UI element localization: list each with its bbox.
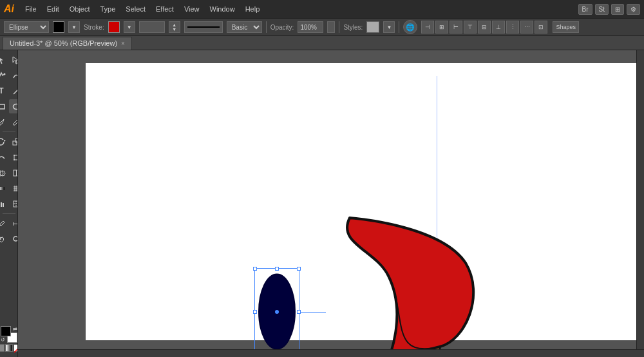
curvature-tool-button[interactable] xyxy=(9,68,18,82)
opacity-expand-button[interactable] xyxy=(327,21,335,33)
free-transform-button[interactable] xyxy=(9,150,18,164)
foreground-color-swatch[interactable] xyxy=(1,326,11,336)
mesh-tool-button[interactable] xyxy=(9,181,18,195)
ellipse-tool-button[interactable] xyxy=(9,99,18,113)
handle-top-right[interactable] xyxy=(297,267,301,271)
line-segment-tool-button[interactable] xyxy=(9,84,18,98)
svg-rect-26 xyxy=(1,202,2,207)
selection-box xyxy=(254,268,299,355)
align-bottom-button[interactable]: ⊥ xyxy=(492,21,505,34)
eyedropper-tools xyxy=(0,217,18,231)
stroke-weight-input[interactable] xyxy=(139,21,165,33)
paintbrush-tool-button[interactable] xyxy=(0,115,8,129)
pen-tool-button[interactable] xyxy=(0,68,8,82)
live-paint-button[interactable] xyxy=(9,166,18,180)
vertical-scrollbar[interactable] xyxy=(636,50,644,349)
stroke-style-dropdown[interactable]: Basic xyxy=(227,21,262,33)
menu-type[interactable]: Type xyxy=(96,3,120,15)
workspace-button[interactable]: ⊞ xyxy=(611,4,624,15)
scale-tool-button[interactable] xyxy=(9,135,18,149)
warp-tools xyxy=(0,150,18,164)
distribute-h-button[interactable]: ⋮ xyxy=(506,21,519,34)
stroke-weight-spinner[interactable]: ▲▼ xyxy=(169,21,180,33)
rect-tool-button[interactable] xyxy=(0,99,8,113)
graph-tools xyxy=(0,197,18,211)
menu-effect[interactable]: Effect xyxy=(151,3,178,15)
distribute-v-button[interactable]: ⋯ xyxy=(520,21,533,34)
canvas-area[interactable] xyxy=(18,50,644,357)
opacity-input[interactable] xyxy=(298,21,323,33)
svg-rect-18 xyxy=(0,187,5,190)
shape-builder-button[interactable] xyxy=(0,166,8,180)
menu-view[interactable]: View xyxy=(180,3,204,15)
align-center-h-button[interactable]: ⊞ xyxy=(435,21,448,34)
fill-dropdown-arrow[interactable]: ▼ xyxy=(68,21,80,33)
svg-rect-27 xyxy=(3,203,4,207)
measure-tool-button[interactable] xyxy=(9,217,18,231)
styles-swatch[interactable] xyxy=(366,21,379,33)
separator-2 xyxy=(339,21,339,33)
shapes-button[interactable]: Shapes xyxy=(553,21,579,33)
align-center-v-button[interactable]: ⊟ xyxy=(478,21,491,34)
shape-tools xyxy=(0,99,18,113)
horizontal-scrollbar[interactable] xyxy=(18,349,644,357)
svg-point-10 xyxy=(14,155,15,156)
fill-color-swatch[interactable] xyxy=(53,21,64,33)
warp-tool-button[interactable] xyxy=(0,150,8,164)
slice-tool-button[interactable] xyxy=(9,197,18,211)
hand-tool-button[interactable] xyxy=(0,232,8,246)
solid-color-mode-button[interactable] xyxy=(0,344,5,352)
tab-title: Untitled-3* @ 50% (RGB/Preview) xyxy=(10,39,117,47)
bridge-button[interactable]: Br xyxy=(578,4,592,15)
center-point xyxy=(275,310,279,314)
svg-point-5 xyxy=(13,104,18,109)
handle-top-center[interactable] xyxy=(275,267,279,271)
stock-button[interactable]: St xyxy=(595,4,609,15)
styles-dropdown-arrow[interactable]: ▼ xyxy=(383,21,395,33)
ellipse-object[interactable] xyxy=(254,268,299,355)
align-top-button[interactable]: ⊤ xyxy=(464,21,477,34)
distribute-extra-button[interactable]: ⊡ xyxy=(535,21,547,34)
menu-object[interactable]: Object xyxy=(65,3,95,15)
swap-colors-icon[interactable]: ⇄ xyxy=(13,326,17,332)
align-left-button[interactable]: ⊣ xyxy=(421,21,434,34)
stroke-style-preview[interactable] xyxy=(184,21,223,33)
eyedropper-tool-button[interactable] xyxy=(0,217,8,231)
no-fill-mode-button[interactable] xyxy=(14,344,19,352)
gradient-mode-button[interactable] xyxy=(5,344,13,352)
globe-icon[interactable]: 🌐 xyxy=(403,20,417,34)
stroke-dropdown-arrow[interactable]: ▼ xyxy=(124,21,135,33)
menu-file[interactable]: File xyxy=(21,3,41,15)
stroke-color-swatch[interactable] xyxy=(108,21,120,33)
graph-tool-button[interactable] xyxy=(0,197,8,211)
svg-point-35 xyxy=(14,236,18,241)
tab-close-button[interactable]: × xyxy=(121,40,125,47)
reset-colors-icon[interactable]: ↺ xyxy=(1,337,5,343)
svg-marker-0 xyxy=(0,57,3,64)
handle-middle-left[interactable] xyxy=(253,310,257,314)
direct-selection-tool-button[interactable] xyxy=(9,53,18,67)
pen-tools xyxy=(0,68,18,82)
menu-help[interactable]: Help xyxy=(241,3,265,15)
svg-rect-7 xyxy=(13,141,17,145)
menu-window[interactable]: Window xyxy=(205,3,240,15)
zoom-tool-button[interactable] xyxy=(9,232,18,246)
gradient-tool-button[interactable] xyxy=(0,181,8,195)
align-right-button[interactable]: ⊢ xyxy=(450,21,462,34)
rotate-tool-button[interactable] xyxy=(0,135,8,149)
selection-tool-button[interactable] xyxy=(0,53,8,67)
separator-3 xyxy=(399,21,399,33)
handle-top-left[interactable] xyxy=(253,267,257,271)
menu-edit[interactable]: Edit xyxy=(43,3,64,15)
type-tool-button[interactable]: T xyxy=(0,84,8,98)
pencil-tool-button[interactable] xyxy=(9,115,18,129)
color-mode-buttons xyxy=(0,344,18,352)
axe-illustration xyxy=(337,211,543,357)
svg-point-2 xyxy=(3,73,5,75)
document-tab[interactable]: Untitled-3* @ 50% (RGB/Preview) × xyxy=(3,37,132,50)
shape-type-dropdown[interactable]: Ellipse xyxy=(4,21,49,33)
handle-middle-right[interactable] xyxy=(297,310,301,314)
search-button[interactable]: ⚙ xyxy=(627,4,640,15)
type-tools: T xyxy=(0,84,18,98)
menu-select[interactable]: Select xyxy=(121,3,150,15)
